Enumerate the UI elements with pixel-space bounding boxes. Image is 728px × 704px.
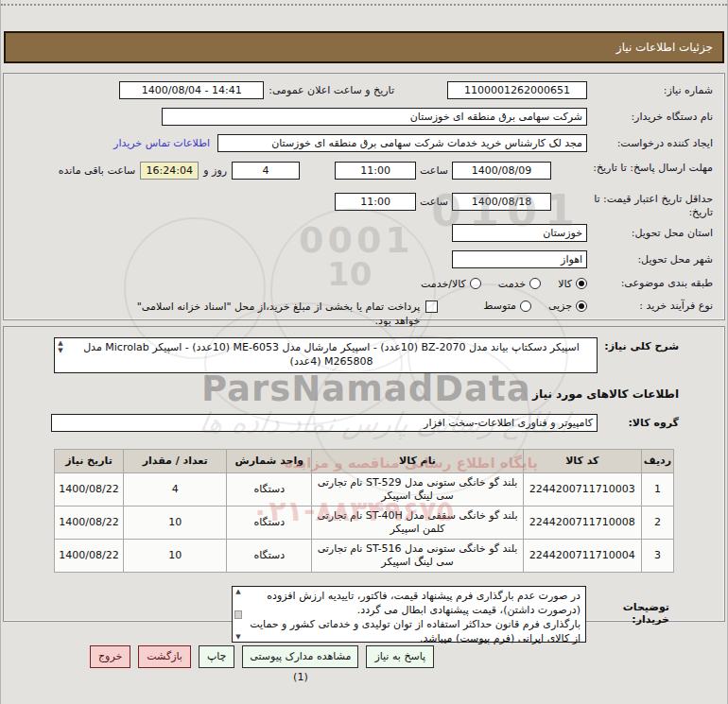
need-description-textarea[interactable]: اسپیکر دسکتاپ بیاند مدل BZ-2070 (10عدد) …	[54, 337, 598, 373]
buyer-contact-link[interactable]: اطلاعات تماس خریدار	[113, 137, 210, 149]
need-description-text: اسپیکر دسکتاپ بیاند مدل BZ-2070 (10عدد) …	[66, 338, 597, 372]
textarea-scrollbar[interactable]: ▲ ▼	[233, 587, 244, 642]
radio-medium[interactable]	[520, 300, 531, 312]
buyer-notes-label: توضیحات خریدار:	[592, 586, 669, 626]
province-input[interactable]: خوزستان	[452, 224, 587, 242]
request-creator-label: ایجاد کننده درخواست:	[587, 137, 713, 150]
radio-service-label: خدمت	[498, 278, 526, 290]
radio-goods-service[interactable]	[470, 278, 481, 289]
col-header-name[interactable]: نام کالا	[312, 450, 524, 473]
cell-row-number: 3	[641, 540, 673, 573]
city-input[interactable]: اهواز	[452, 250, 587, 268]
radio-goods[interactable]	[576, 278, 587, 289]
radio-service[interactable]	[529, 278, 541, 289]
row-goods-group: گروه کالا: کامپیوتر و فناوری اطلاعات-سخت…	[4, 414, 724, 432]
price-validity-label: حداقل تاریخ اعتبار قیمت: تا تاریخ:	[587, 193, 713, 219]
print-button[interactable]: چاپ	[199, 645, 235, 668]
province-label: استان محل تحویل:	[587, 227, 713, 240]
validity-hour-label: ساعت	[420, 193, 448, 208]
countdown-timer: 16:24:04	[140, 162, 199, 180]
col-header-date[interactable]: تاریخ نیاز	[55, 450, 124, 473]
radio-medium-label: متوسط	[483, 300, 516, 312]
scroll-up-icon[interactable]: ▲	[58, 339, 62, 347]
subject-class-label: طبقه بندی موضوعی:	[587, 277, 713, 290]
buyer-note-line: بارگذاری فرم قانون حداکثر استفاده از توا…	[249, 617, 581, 645]
top-dotted-divider	[1, 4, 727, 6]
need-description-label: شرح کلی نیاز:	[603, 337, 679, 352]
col-header-code[interactable]: کد کالا	[523, 450, 641, 473]
deadline-time-input[interactable]: 11:00	[335, 162, 416, 180]
cell-unit: دستگاه	[227, 540, 312, 573]
page-title: جزئیات اطلاعات نیاز	[616, 41, 713, 54]
back-button[interactable]: بازگشت	[138, 645, 191, 668]
table-row[interactable]: 3 2244200711710004 بلند گو خانگی ستونی م…	[55, 540, 674, 573]
exit-button[interactable]: خروج	[90, 645, 130, 668]
deadline-hour-label: ساعت	[420, 162, 448, 177]
row-city: شهر محل تحویل: اهواز	[4, 250, 724, 268]
goods-table: ردیف کد کالا نام کالا واحد شمارش تعداد /…	[54, 449, 674, 573]
row-price-validity: حداقل تاریخ اعتبار قیمت: تا تاریخ: 1400/…	[4, 193, 724, 219]
respond-to-need-button[interactable]: پاسخ به نیاز	[366, 645, 434, 668]
radio-goods-service-label: کالا/خدمت	[421, 278, 466, 290]
page-title-bar: جزئیات اطلاعات نیاز	[4, 31, 724, 63]
cell-date: 1400/08/22	[55, 507, 124, 540]
row-response-deadline: مهلت ارسال پاسخ: تا تاریخ: 1400/08/09 سا…	[4, 162, 724, 180]
row-subject-class: طبقه بندی موضوعی: کالا خدمت کالا/خدمت	[4, 277, 724, 290]
city-label: شهر محل تحویل:	[587, 253, 713, 266]
goods-info-panel: شرح کلی نیاز: اسپیکر دسکتاپ بیاند مدل BZ…	[3, 326, 725, 622]
table-row[interactable]: 1 2244200711710003 بلند گو خانگی ستونی م…	[55, 473, 674, 507]
cell-unit: دستگاه	[227, 473, 312, 507]
purchase-type-label: نوع فرآیند خرید :	[587, 300, 713, 313]
buyer-org-input[interactable]: شرکت سهامی برق منطقه ای خوزستان	[162, 108, 587, 126]
radio-minor-label: جزیی	[548, 300, 572, 312]
cell-qty: 10	[124, 507, 227, 540]
goods-section-header: اطلاعات کالاهای مورد نیاز	[4, 387, 724, 401]
cell-row-number: 2	[641, 507, 673, 540]
row-request-creator: ایجاد کننده درخواست: مجد لک کارشناس خرید…	[4, 134, 724, 152]
action-button-row: خروج بازگشت چاپ مشاهده مدارک پیوستی (1) …	[1, 645, 727, 668]
announce-datetime-input[interactable]: 1400/08/04 - 14:41	[119, 81, 264, 99]
buyer-notes-textarea[interactable]: در صورت عدم بارگذاری فرم پیشنهاد قیمت، ف…	[232, 586, 586, 643]
scroll-down-icon[interactable]: ▼	[58, 347, 62, 354]
scroll-up-icon[interactable]: ▲	[235, 588, 240, 595]
treasury-checkbox[interactable]	[425, 300, 438, 313]
radio-minor[interactable]	[576, 300, 587, 312]
buyer-note-line: در صورت عدم بارگذاری فرم پیشنهاد قیمت، ف…	[249, 589, 581, 617]
row-province: استان محل تحویل: خوزستان	[4, 224, 724, 242]
cell-item-name: بلند گو خانگی سقفی مدل ST-40H نام تجارتی…	[312, 507, 524, 540]
scroll-thumb[interactable]	[234, 610, 242, 619]
scroll-down-icon[interactable]: ▼	[235, 633, 240, 641]
col-header-qty[interactable]: تعداد / مقدار	[124, 450, 227, 473]
treasury-checkbox-label: پرداخت تمام یا بخشی از مبلغ خرید،از محل …	[108, 300, 420, 328]
cell-item-code: 2244200711710008	[523, 507, 641, 540]
cell-item-name: بلند گو خانگی ستونی مدل ST-516 نام تجارت…	[312, 540, 524, 573]
col-header-row[interactable]: ردیف	[641, 450, 673, 473]
validity-date-input[interactable]: 1400/08/18	[452, 193, 551, 211]
goods-group-label: گروه کالا:	[603, 417, 679, 429]
deadline-days-input[interactable]: 4	[232, 162, 300, 180]
deadline-date-input[interactable]: 1400/08/09	[452, 162, 551, 180]
request-creator-input[interactable]: مجد لک کارشناس خرید خدمات شرکت سهامی برق…	[217, 134, 587, 152]
goods-group-input[interactable]: کامپیوتر و فناوری اطلاعات-سخت افزار	[51, 414, 598, 432]
row-purchase-type: نوع فرآیند خرید : جزیی متوسط پرداخت تمام…	[4, 300, 724, 328]
cell-date: 1400/08/22	[55, 540, 124, 573]
need-number-label: شماره نیاز:	[587, 84, 713, 97]
textarea-scrollbar[interactable]: ▲ ▼	[55, 338, 66, 372]
validity-time-input[interactable]: 11:00	[335, 193, 416, 211]
table-row[interactable]: 2 2244200711710008 بلند گو خانگی سقفی مد…	[55, 507, 674, 540]
row-need-description: شرح کلی نیاز: اسپیکر دسکتاپ بیاند مدل BZ…	[4, 337, 724, 373]
cell-date: 1400/08/22	[55, 473, 124, 507]
buyer-org-label: نام دستگاه خریدار:	[587, 111, 713, 124]
cell-item-code: 2244200711710003	[523, 473, 641, 507]
view-attachments-button[interactable]: مشاهده مدارک پیوستی (1)	[242, 645, 358, 668]
need-number-input[interactable]: 1100001262000651	[447, 81, 587, 99]
goods-table-header-row: ردیف کد کالا نام کالا واحد شمارش تعداد /…	[55, 450, 674, 473]
cell-unit: دستگاه	[227, 507, 312, 540]
cell-qty: 10	[124, 540, 227, 573]
announce-datetime-label: تاریخ و ساعت اعلان عمومی:	[269, 84, 394, 96]
col-header-unit[interactable]: واحد شمارش	[227, 450, 312, 473]
cell-qty: 4	[124, 473, 227, 507]
row-need-number: شماره نیاز: 1100001262000651 تاریخ و ساع…	[4, 81, 724, 99]
general-info-panel: شماره نیاز: 1100001262000651 تاریخ و ساع…	[3, 73, 725, 320]
radio-goods-label: کالا	[558, 278, 572, 290]
